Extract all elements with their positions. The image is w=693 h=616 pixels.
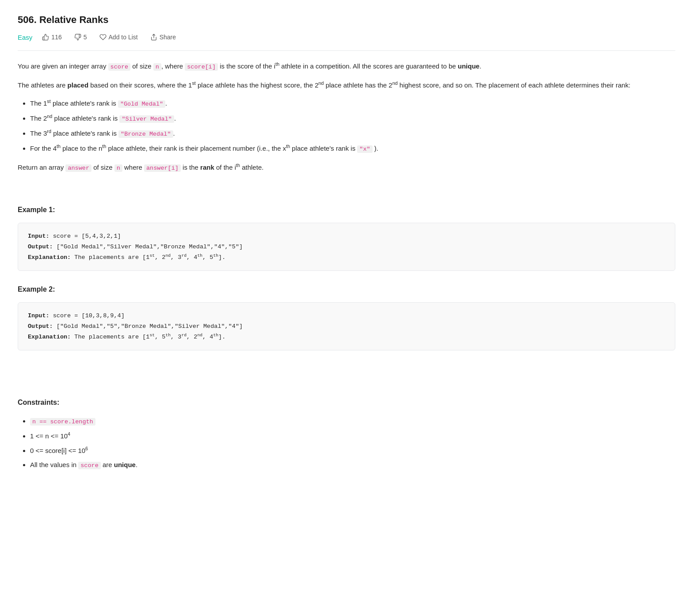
thumbs-down-icon [74, 34, 81, 41]
example-1: Example 1: Input: score = [5,4,3,2,1] Ou… [18, 204, 675, 271]
rule-bronze: The 3rd place athlete's rank is "Bronze … [30, 128, 675, 140]
example-1-title: Example 1: [18, 204, 675, 216]
example-1-input-value: score = [5,4,3,2,1] [53, 233, 121, 240]
code-n2: n [114, 164, 122, 172]
example-2-input: Input: score = [10,3,8,9,4] [28, 311, 665, 321]
thumbs-up-icon [42, 34, 49, 41]
description-para1: You are given an integer array score of … [18, 61, 675, 72]
example-1-block: Input: score = [5,4,3,2,1] Output: ["Gol… [18, 223, 675, 271]
example-1-input-label: Input: [28, 233, 50, 240]
example-1-input: Input: score = [5,4,3,2,1] [28, 231, 665, 242]
example-1-explanation-label: Explanation: [28, 254, 71, 261]
example-2-output: Output: ["Gold Medal","5","Bronze Medal"… [28, 321, 665, 332]
share-icon [150, 34, 157, 41]
rule-gold: The 1st place athlete's rank is "Gold Me… [30, 98, 675, 110]
constraints-list: n == score.length 1 <= n <= 104 0 <= sco… [30, 415, 675, 471]
description-para3: Return an array answer of size n where a… [18, 162, 675, 174]
problem-body: You are given an integer array score of … [18, 61, 675, 471]
add-to-list-label: Add to List [109, 34, 138, 41]
example-1-output: Output: ["Gold Medal","Silver Medal","Br… [28, 242, 665, 252]
upvote-count: 116 [51, 34, 61, 41]
constraint-3: 0 <= score[i] <= 106 [30, 445, 675, 456]
example-1-explanation: Explanation: The placements are [1st, 2n… [28, 252, 665, 263]
share-label: Share [160, 34, 176, 41]
downvote-button[interactable]: 5 [72, 32, 90, 42]
meta-row: Easy 116 5 Add to List Share [18, 32, 675, 51]
example-1-output-value: ["Gold Medal","Silver Medal","Bronze Med… [57, 243, 243, 250]
example-2-explanation-label: Explanation: [28, 334, 71, 340]
difficulty-badge: Easy [18, 34, 32, 41]
example-2-block: Input: score = [10,3,8,9,4] Output: ["Go… [18, 302, 675, 350]
rule-silver: The 2nd place athlete's rank is "Silver … [30, 113, 675, 125]
downvote-count: 5 [84, 34, 87, 41]
rules-list: The 1st place athlete's rank is "Gold Me… [30, 98, 675, 155]
add-to-list-button[interactable]: Add to List [97, 32, 141, 42]
constraints-title: Constraints: [18, 396, 675, 408]
example-2-input-value: score = [10,3,8,9,4] [53, 312, 125, 319]
example-2-title: Example 2: [18, 283, 675, 295]
code-score-i: score[i] [185, 63, 218, 71]
page-title: 506. Relative Ranks [18, 14, 675, 26]
code-n1: n [153, 63, 161, 71]
example-2-input-label: Input: [28, 312, 50, 319]
example-2: Example 2: Input: score = [10,3,8,9,4] O… [18, 283, 675, 350]
code-answer: answer [65, 164, 91, 172]
constraint-1: n == score.length [30, 415, 675, 427]
code-score: score [108, 63, 131, 71]
share-button[interactable]: Share [148, 32, 179, 42]
upvote-button[interactable]: 116 [39, 32, 64, 42]
constraint-4: All the values in score are unique. [30, 459, 675, 471]
constraint-2: 1 <= n <= 104 [30, 430, 675, 442]
rule-other: For the 4th place to the nth place athle… [30, 143, 675, 155]
example-1-output-label: Output: [28, 243, 53, 250]
code-answer-i: answer[i] [144, 164, 181, 172]
example-2-explanation: Explanation: The placements are [1st, 5t… [28, 332, 665, 342]
example-2-output-label: Output: [28, 323, 53, 330]
heart-icon [99, 34, 107, 41]
constraints-section: Constraints: n == score.length 1 <= n <=… [18, 396, 675, 471]
example-2-output-value: ["Gold Medal","5","Bronze Medal","Silver… [57, 323, 243, 330]
description-para2: The athletes are placed based on their s… [18, 80, 675, 91]
